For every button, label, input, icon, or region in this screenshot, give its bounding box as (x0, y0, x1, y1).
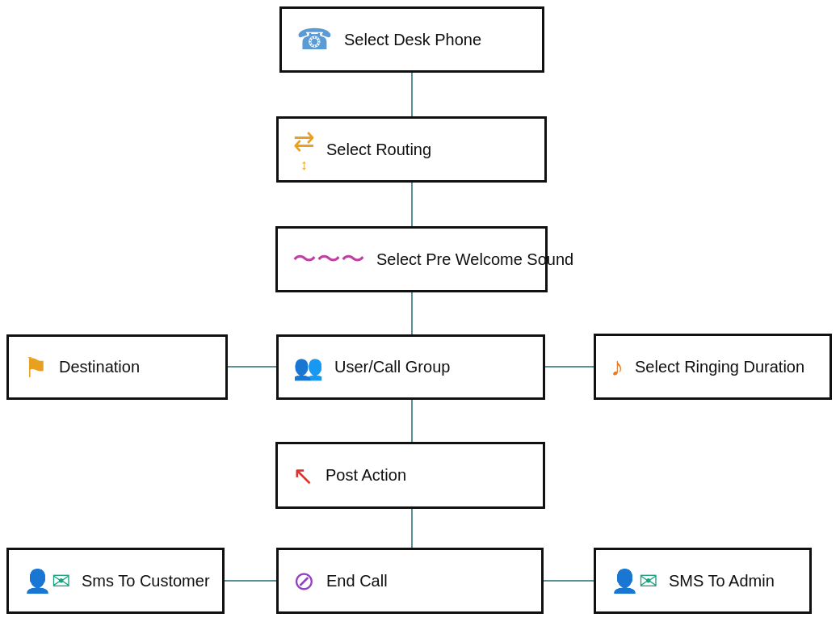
post-action-node[interactable]: ↖ Post Action (275, 442, 545, 509)
sms-to-customer-label: Sms To Customer (82, 572, 210, 590)
select-routing-node[interactable]: ⇄↕ Select Routing (276, 116, 547, 183)
connectors (0, 0, 840, 626)
select-pre-welcome-sound-node[interactable]: 〜〜〜 Select Pre Welcome Sound (275, 226, 548, 292)
sms-to-customer-node[interactable]: 👤✉ Sms To Customer (6, 548, 225, 614)
sms-to-admin-label: SMS To Admin (669, 572, 775, 590)
select-ringing-duration-node[interactable]: ♪ Select Ringing Duration (594, 334, 832, 400)
post-action-label: Post Action (326, 466, 406, 485)
click-icon: ↖ (292, 460, 314, 491)
sms-customer-icon: 👤✉ (23, 568, 70, 594)
select-desk-phone-label: Select Desk Phone (344, 31, 481, 49)
sound-wave-icon: 〜〜〜 (292, 243, 365, 276)
desk-phone-icon: ☎ (296, 23, 333, 57)
sms-admin-icon: 👤✉ (611, 568, 657, 594)
flowchart: ☎ Select Desk Phone ⇄↕ Select Routing 〜〜… (0, 0, 840, 626)
destination-label: Destination (59, 358, 140, 376)
destination-node[interactable]: ⚑ Destination (6, 334, 228, 400)
flag-icon: ⚑ (23, 351, 48, 384)
end-call-label: End Call (326, 572, 388, 590)
user-call-group-node[interactable]: 👥 User/Call Group (276, 334, 545, 400)
select-pre-welcome-sound-label: Select Pre Welcome Sound (376, 250, 573, 269)
user-call-group-label: User/Call Group (334, 358, 450, 376)
routing-icon: ⇄↕ (293, 126, 315, 174)
music-note-icon: ♪ (611, 352, 624, 382)
end-call-icon: ⊘ (293, 565, 315, 596)
select-routing-label: Select Routing (326, 141, 431, 159)
end-call-node[interactable]: ⊘ End Call (276, 548, 544, 614)
sms-to-admin-node[interactable]: 👤✉ SMS To Admin (594, 548, 812, 614)
select-desk-phone-node[interactable]: ☎ Select Desk Phone (279, 6, 544, 73)
select-ringing-duration-label: Select Ringing Duration (635, 358, 804, 376)
call-group-icon: 👥 (293, 353, 323, 381)
